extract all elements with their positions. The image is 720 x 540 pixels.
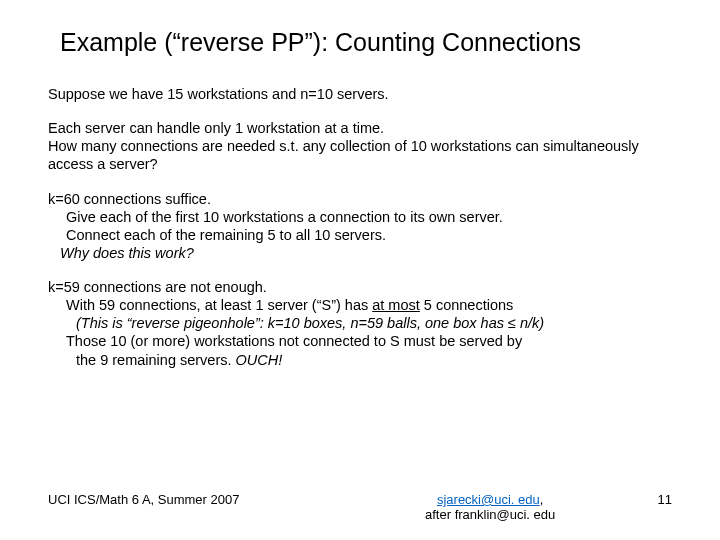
- notenough-l1-u: at most: [372, 297, 420, 313]
- paragraph-constraints: Each server can handle only 1 workstatio…: [48, 119, 672, 173]
- notenough-line4: the 9 remaining servers. OUCH!: [48, 351, 282, 369]
- suffice-step2: Connect each of the remaining 5 to all 1…: [48, 226, 386, 244]
- footer-course: UCI ICS/Math 6 A, Summer 2007: [48, 492, 343, 507]
- constraint-line2: How many connections are needed s.t. any…: [48, 138, 639, 172]
- notenough-l1-pre: With 59 connections, at least 1 server (…: [66, 297, 372, 313]
- notenough-line3: Those 10 (or more) workstations not conn…: [48, 332, 522, 350]
- notenough-l4-pre: the 9 remaining servers.: [76, 352, 236, 368]
- footer-after-text: after franklin@uci. edu: [425, 507, 555, 522]
- slide-footer: UCI ICS/Math 6 A, Summer 2007 sjarecki@u…: [48, 492, 672, 522]
- notenough-head: k=59 connections are not enough.: [48, 279, 267, 295]
- slide: Example (“reverse PP”): Counting Connect…: [0, 0, 720, 540]
- slide-title: Example (“reverse PP”): Counting Connect…: [48, 28, 672, 57]
- suffice-why: Why does this work?: [48, 244, 194, 262]
- notenough-ouch: OUCH!: [236, 352, 283, 368]
- footer-contact: sjarecki@uci. edu, after franklin@uci. e…: [343, 492, 638, 522]
- constraint-line1: Each server can handle only 1 workstatio…: [48, 120, 384, 136]
- paragraph-suffice: k=60 connections suffice. Give each of t…: [48, 190, 672, 263]
- notenough-line1: With 59 connections, at least 1 server (…: [48, 296, 513, 314]
- paragraph-setup: Suppose we have 15 workstations and n=10…: [48, 85, 672, 103]
- suffice-step1: Give each of the first 10 workstations a…: [48, 208, 503, 226]
- setup-text: Suppose we have 15 workstations and n=10…: [48, 86, 389, 102]
- suffice-head: k=60 connections suffice.: [48, 191, 211, 207]
- paragraph-notenough: k=59 connections are not enough. With 59…: [48, 278, 672, 369]
- notenough-l1-post: 5 connections: [420, 297, 514, 313]
- footer-email-link[interactable]: sjarecki@uci. edu: [437, 492, 540, 507]
- footer-comma: ,: [540, 492, 544, 507]
- notenough-parenthetical: (This is “reverse pigeonhole”: k=10 boxe…: [48, 314, 544, 332]
- page-number: 11: [638, 492, 672, 507]
